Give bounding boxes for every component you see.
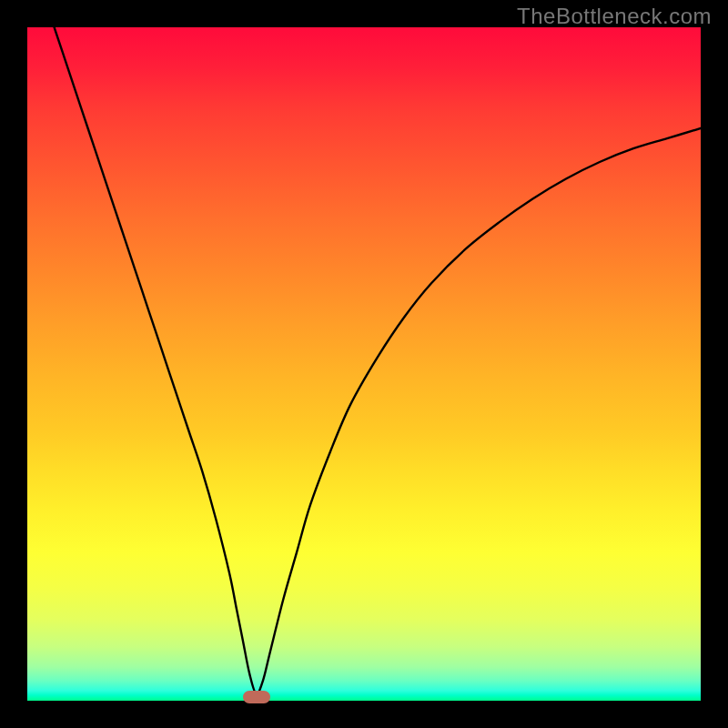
plot-area: [27, 27, 701, 701]
chart-frame: TheBottleneck.com: [0, 0, 728, 728]
optimum-marker: [243, 691, 270, 703]
bottleneck-curve: [27, 27, 701, 701]
watermark-text: TheBottleneck.com: [517, 4, 712, 29]
